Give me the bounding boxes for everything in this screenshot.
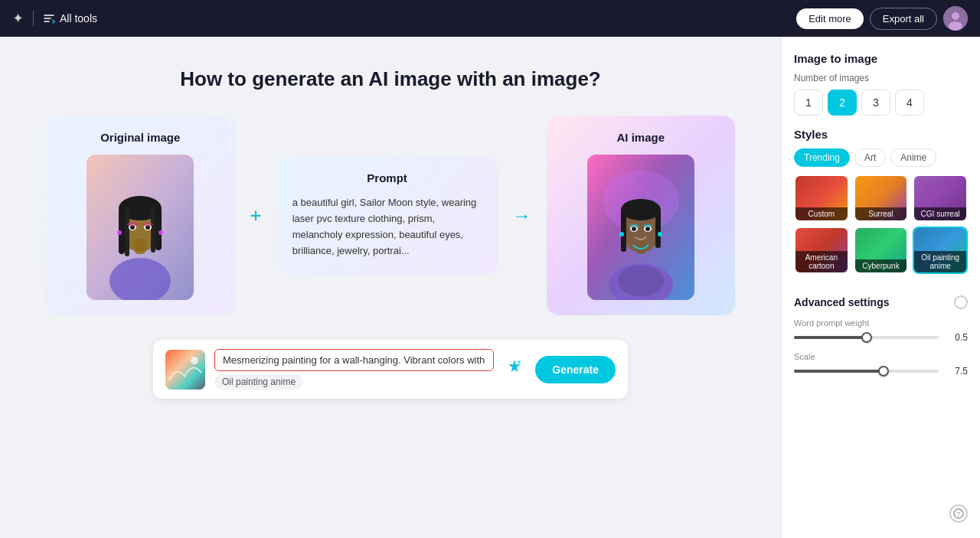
prompt-input[interactable] [214,349,494,371]
demo-section: Original image [46,116,735,315]
svg-point-19 [158,230,163,235]
right-sidebar: Image to image Number of images 1 2 3 4 … [781,37,980,538]
style-american[interactable]: American cartoon [794,227,849,274]
ai-image [587,155,694,300]
page-title: How to generate an AI image with an imag… [180,67,600,91]
help-icon[interactable]: ? [949,504,968,523]
original-image [87,155,194,300]
style-name-surreal: Surreal [855,207,907,220]
ai-label: AI image [616,131,665,144]
bottom-input-area: Oil painting anime [214,349,494,390]
scale-slider-row: Scale 7.5 [794,352,968,377]
scale-thumb[interactable] [878,366,889,377]
header-right: Edit more Export all [796,6,968,31]
generate-button[interactable]: Generate [535,356,616,383]
svg-rect-11 [151,207,155,253]
tools-icon [43,12,55,24]
word-prompt-slider-row: Word prompt weight 0.5 [794,318,968,343]
logo-icon: ✦ [12,10,24,27]
svg-point-38 [191,357,198,364]
content-area: How to generate an AI image with an imag… [0,37,781,538]
header: ✦ All tools Edit more Export all [0,0,980,37]
svg-point-18 [117,230,122,235]
svg-rect-9 [155,208,162,250]
word-prompt-slider-container: 0.5 [794,332,968,343]
word-prompt-fill [794,336,867,339]
styles-title: Styles [794,128,968,141]
sidebar-title: Image to image [794,52,968,65]
scale-label: Scale [794,352,968,361]
style-name-cyberpunk: Cyberpunk [855,259,907,272]
arrow-icon: → [513,205,531,227]
num-button-3[interactable]: 3 [861,90,890,116]
word-prompt-track[interactable] [794,336,939,339]
svg-point-1 [952,12,959,20]
tab-trending[interactable]: Trending [794,148,850,167]
style-tag: Oil painting anime [214,374,303,390]
style-name-cgi: CGI surreal [914,207,966,220]
svg-point-16 [127,222,138,227]
export-all-button[interactable]: Export all [870,8,937,30]
main-container: How to generate an AI image with an imag… [0,37,980,538]
scale-fill [794,370,884,373]
style-name-custom: Custom [795,207,848,220]
num-button-1[interactable]: 1 [794,90,823,116]
svg-text:?: ? [956,510,960,518]
tab-anime[interactable]: Anime [890,148,936,167]
advanced-title: Advanced settings [794,296,889,308]
num-images-label: Number of images [794,73,968,83]
advanced-row: Advanced settings [794,295,968,309]
avatar[interactable] [943,6,968,31]
nav-label: All tools [60,12,97,24]
style-name-american: American cartoon [795,251,848,272]
sidebar-bottom: ? [794,504,968,523]
svg-point-33 [629,224,639,228]
svg-point-17 [142,222,153,227]
scale-value: 7.5 [945,366,968,377]
style-tabs: Trending Art Anime [794,148,968,167]
prompt-box: Prompt a beautiful girl, Sailor Moon sty… [277,156,498,274]
style-name-oilpainting: Oil painting anime [914,251,966,272]
style-cgi[interactable]: CGI surreal [913,174,968,222]
svg-point-35 [619,232,624,236]
plus-icon: + [250,204,262,227]
original-image-box: Original image [46,116,235,315]
header-left: ✦ All tools [12,10,97,27]
style-surreal[interactable]: Surreal [854,174,909,222]
original-label: Original image [100,131,180,144]
svg-rect-10 [125,207,129,256]
bottom-thumbnail [165,350,205,390]
styles-section: Styles Trending Art Anime Custom Surreal… [794,128,968,283]
image-to-image-section: Image to image Number of images 1 2 3 4 [794,52,968,116]
word-prompt-label: Word prompt weight [794,318,968,328]
svg-point-2 [949,21,962,31]
num-images-row: 1 2 3 4 [794,90,968,116]
scale-slider-container: 7.5 [794,366,968,377]
header-divider [33,11,34,26]
num-button-4[interactable]: 4 [895,90,924,116]
scale-track[interactable] [794,370,939,373]
style-oilpainting[interactable]: Oil painting anime [913,227,968,274]
word-prompt-value: 0.5 [945,332,968,343]
tab-art[interactable]: Art [854,148,886,167]
style-custom[interactable]: Custom [794,174,849,222]
word-prompt-thumb[interactable] [861,332,872,343]
prompt-text: a beautiful girl, Sailor Moon style, wea… [292,195,482,259]
svg-point-23 [618,266,664,296]
advanced-settings-section: Advanced settings Word prompt weight 0.5… [794,295,968,386]
ai-image-box: AI image [547,116,736,315]
num-button-2[interactable]: 2 [828,90,857,116]
svg-point-34 [643,224,652,228]
svg-point-36 [658,232,662,236]
bottom-bar: Oil painting anime Generate [153,340,628,399]
svg-point-26 [621,199,661,220]
advanced-toggle[interactable] [954,295,968,309]
svg-rect-27 [621,210,626,252]
header-title: All tools [43,12,97,24]
style-grid: Custom Surreal CGI surreal American cart… [794,174,968,274]
svg-rect-28 [655,210,661,248]
edit-more-button[interactable]: Edit more [796,8,864,29]
prompt-label: Prompt [367,171,407,184]
magic-button[interactable] [503,356,526,383]
style-cyberpunk[interactable]: Cyberpunk [854,227,909,274]
